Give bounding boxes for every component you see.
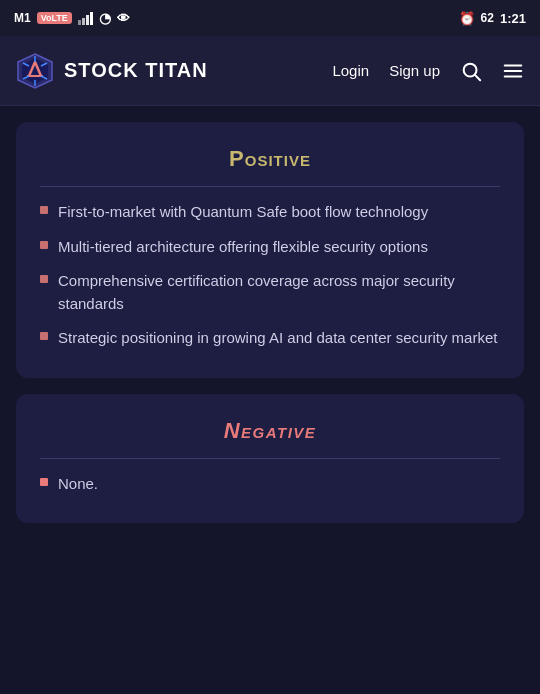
brand-name: STOCK TITAN	[64, 59, 208, 82]
status-right: ⏰ 62 1:21	[459, 11, 526, 26]
list-item: Comprehensive certification coverage acr…	[40, 270, 500, 315]
bullet-icon	[40, 241, 48, 249]
nav-links: Login Sign up	[332, 60, 524, 82]
extra-icon: 👁	[117, 11, 130, 26]
signup-link[interactable]: Sign up	[389, 62, 440, 79]
bullet-icon	[40, 332, 48, 340]
alarm-icon: ⏰	[459, 11, 475, 26]
menu-icon[interactable]	[502, 60, 524, 82]
wifi-icon: ◔	[99, 10, 111, 26]
app-header: STOCK TITAN Login Sign up	[0, 36, 540, 106]
carrier-label: M1	[14, 11, 31, 25]
bullet-icon	[40, 478, 48, 486]
logo-area: STOCK TITAN	[16, 52, 322, 90]
bullet-icon	[40, 275, 48, 283]
negative-title: Negative	[40, 418, 500, 459]
status-left: M1 VoLTE ◔ 👁	[14, 10, 130, 26]
list-item: None.	[40, 473, 500, 496]
positive-list: First-to-market with Quantum Safe boot f…	[40, 201, 500, 350]
list-item: Multi-tiered architecture offering flexi…	[40, 236, 500, 259]
status-bar: M1 VoLTE ◔ 👁 ⏰ 62 1:21	[0, 0, 540, 36]
main-content: Positive First-to-market with Quantum Sa…	[0, 106, 540, 694]
time-display: 1:21	[500, 11, 526, 26]
svg-line-9	[475, 75, 480, 80]
negative-list: None.	[40, 473, 500, 496]
list-item: Strategic positioning in growing AI and …	[40, 327, 500, 350]
battery-icon: 62	[481, 11, 494, 25]
search-icon[interactable]	[460, 60, 482, 82]
logo-icon	[16, 52, 54, 90]
bullet-icon	[40, 206, 48, 214]
negative-card: Negative None.	[16, 394, 524, 524]
positive-title: Positive	[40, 146, 500, 187]
login-link[interactable]: Login	[332, 62, 369, 79]
positive-card: Positive First-to-market with Quantum Sa…	[16, 122, 524, 378]
list-item: First-to-market with Quantum Safe boot f…	[40, 201, 500, 224]
volte-badge: VoLTE	[37, 12, 72, 24]
signal-icon	[78, 12, 93, 25]
